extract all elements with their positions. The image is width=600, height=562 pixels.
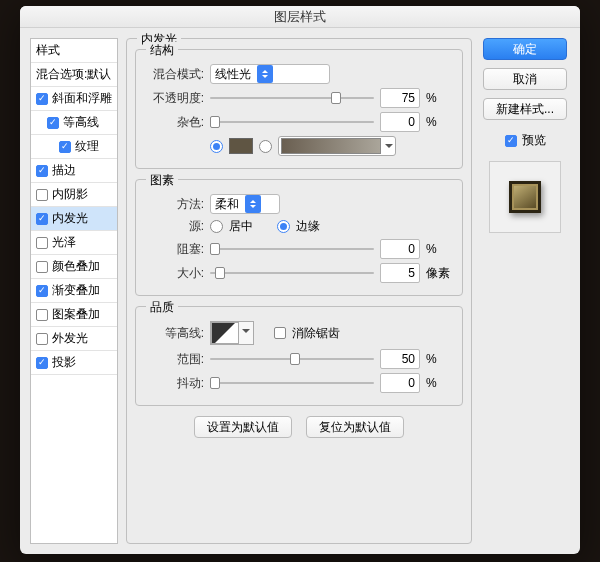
sidebar-item-label: 外发光 [52,330,88,347]
sidebar-item-2[interactable]: 纹理 [31,135,117,159]
sidebar-item-label: 纹理 [75,138,99,155]
preview-label: 预览 [522,132,546,149]
quality-title: 品质 [146,299,178,316]
sidebar-item-label: 投影 [52,354,76,371]
sidebar-checkbox[interactable] [36,165,48,177]
right-panel: 确定 取消 新建样式... 预览 [480,38,570,544]
noise-unit: % [426,115,454,129]
source-edge-label: 边缘 [296,218,320,235]
range-slider[interactable] [210,352,374,366]
sidebar-header-styles[interactable]: 样式 [31,39,117,63]
sidebar-item-8[interactable]: 渐变叠加 [31,279,117,303]
sidebar-item-5[interactable]: 内发光 [31,207,117,231]
reset-default-button[interactable]: 复位为默认值 [306,416,404,438]
ok-button[interactable]: 确定 [483,38,567,60]
jitter-label: 抖动: [144,375,204,392]
size-slider[interactable] [210,266,374,280]
jitter-slider[interactable] [210,376,374,390]
preview-checkbox[interactable] [505,135,517,147]
sidebar-item-7[interactable]: 颜色叠加 [31,255,117,279]
sidebar-item-4[interactable]: 内阴影 [31,183,117,207]
source-center-radio[interactable] [210,220,223,233]
dropdown-arrow-icon [245,195,261,213]
sidebar-item-9[interactable]: 图案叠加 [31,303,117,327]
sidebar-item-0[interactable]: 斜面和浮雕 [31,87,117,111]
layer-style-dialog: 图层样式 样式 混合选项:默认 斜面和浮雕等高线纹理描边内阴影内发光光泽颜色叠加… [20,6,580,554]
range-input[interactable]: 50 [380,349,420,369]
source-edge-radio[interactable] [277,220,290,233]
source-label: 源: [144,218,204,235]
size-unit: 像素 [426,265,454,282]
styles-sidebar: 样式 混合选项:默认 斜面和浮雕等高线纹理描边内阴影内发光光泽颜色叠加渐变叠加图… [30,38,118,544]
cancel-button[interactable]: 取消 [483,68,567,90]
chevron-down-icon [242,329,250,337]
noise-input[interactable]: 0 [380,112,420,132]
technique-select[interactable]: 柔和 [210,194,280,214]
elements-group: 图素 方法: 柔和 源: 居中 边缘 [135,179,463,296]
jitter-input[interactable]: 0 [380,373,420,393]
sidebar-checkbox[interactable] [36,285,48,297]
quality-group: 品质 等高线: 消除锯齿 范围: 50 % [135,306,463,406]
sidebar-checkbox[interactable] [47,117,59,129]
opacity-input[interactable]: 75 [380,88,420,108]
blend-mode-select[interactable]: 线性光 [210,64,330,84]
choke-input[interactable]: 0 [380,239,420,259]
opacity-unit: % [426,91,454,105]
sidebar-checkbox[interactable] [36,333,48,345]
sidebar-checkbox[interactable] [36,357,48,369]
sidebar-item-10[interactable]: 外发光 [31,327,117,351]
sidebar-item-label: 描边 [52,162,76,179]
sidebar-item-label: 光泽 [52,234,76,251]
color-radio[interactable] [210,140,223,153]
jitter-unit: % [426,376,454,390]
inner-glow-panel: 内发光 结构 混合模式: 线性光 不透明度: 75 [126,38,472,544]
range-unit: % [426,352,454,366]
gradient-picker[interactable] [278,136,396,156]
sidebar-checkbox[interactable] [36,309,48,321]
noise-label: 杂色: [144,114,204,131]
antialias-checkbox[interactable] [274,327,286,339]
sidebar-checkbox[interactable] [36,237,48,249]
color-swatch[interactable] [229,138,253,154]
choke-slider[interactable] [210,242,374,256]
preview-thumbnail [489,161,561,233]
new-style-button[interactable]: 新建样式... [483,98,567,120]
technique-label: 方法: [144,196,204,213]
sidebar-header-blend[interactable]: 混合选项:默认 [31,63,117,87]
sidebar-item-label: 图案叠加 [52,306,100,323]
sidebar-item-6[interactable]: 光泽 [31,231,117,255]
range-label: 范围: [144,351,204,368]
sidebar-item-1[interactable]: 等高线 [31,111,117,135]
sidebar-checkbox[interactable] [36,213,48,225]
set-default-button[interactable]: 设置为默认值 [194,416,292,438]
sidebar-item-label: 等高线 [63,114,99,131]
gradient-radio[interactable] [259,140,272,153]
sidebar-item-11[interactable]: 投影 [31,351,117,375]
elements-title: 图素 [146,172,178,189]
blend-mode-label: 混合模式: [144,66,204,83]
contour-picker[interactable] [210,321,254,345]
chevron-down-icon [385,144,393,152]
choke-unit: % [426,242,454,256]
choke-label: 阻塞: [144,241,204,258]
sidebar-checkbox[interactable] [36,93,48,105]
sidebar-checkbox[interactable] [59,141,71,153]
sidebar-item-label: 颜色叠加 [52,258,100,275]
sidebar-item-label: 内发光 [52,210,88,227]
opacity-label: 不透明度: [144,90,204,107]
size-input[interactable]: 5 [380,263,420,283]
antialias-label: 消除锯齿 [292,325,340,342]
window-title: 图层样式 [20,6,580,28]
sidebar-item-3[interactable]: 描边 [31,159,117,183]
structure-title: 结构 [146,42,178,59]
sidebar-checkbox[interactable] [36,189,48,201]
opacity-slider[interactable] [210,91,374,105]
size-label: 大小: [144,265,204,282]
source-center-label: 居中 [229,218,253,235]
structure-group: 结构 混合模式: 线性光 不透明度: 75 % [135,49,463,169]
sidebar-item-label: 内阴影 [52,186,88,203]
contour-label: 等高线: [144,325,204,342]
sidebar-item-label: 斜面和浮雕 [52,90,112,107]
sidebar-checkbox[interactable] [36,261,48,273]
noise-slider[interactable] [210,115,374,129]
